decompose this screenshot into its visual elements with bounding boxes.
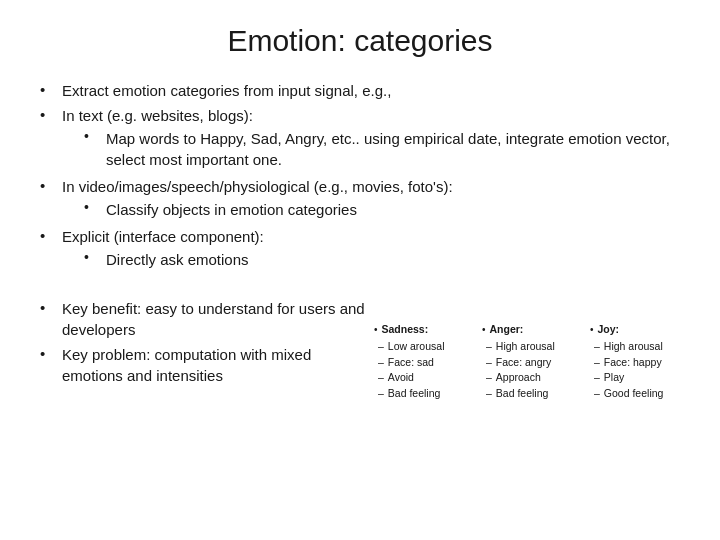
page-title: Emotion: categories (40, 24, 680, 58)
joy-column: • Joy: –High arousal –Face: happy –Play … (590, 322, 680, 402)
bullet-dot-3: • (40, 176, 62, 194)
bullet-text-4: Explicit (interface component): (62, 226, 680, 247)
sub-bullet-2-1: • Map words to Happy, Sad, Angry, etc.. … (62, 128, 680, 170)
anger-row-4: –Bad feeling (482, 386, 582, 402)
bullet-1: • Extract emotion categories from input … (40, 80, 680, 101)
bottom-bullet-dot-1: • (40, 298, 62, 316)
sub-bullet-4-1: • Directly ask emotions (62, 249, 680, 270)
bottom-bullet-1: • Key benefit: easy to understand for us… (40, 298, 374, 340)
sadness-bullet: • (374, 322, 378, 337)
sub-bullet-text-2-1: Map words to Happy, Sad, Angry, etc.. us… (106, 128, 680, 170)
anger-row-2: –Face: angry (482, 355, 582, 371)
sub-bullet-dot-2-1: • (84, 128, 106, 144)
sadness-row-3: –Avoid (374, 370, 474, 386)
content-area: • Extract emotion categories from input … (40, 80, 680, 520)
bottom-section: • Key benefit: easy to understand for us… (40, 298, 680, 402)
sub-bullet-text-4-1: Directly ask emotions (106, 249, 249, 270)
bottom-bullets: • Key benefit: easy to understand for us… (40, 298, 374, 390)
sub-bullet-dot-4-1: • (84, 249, 106, 265)
sadness-row-2: –Face: sad (374, 355, 474, 371)
sub-bullet-3-1: • Classify objects in emotion categories (62, 199, 680, 220)
joy-row-3: –Play (590, 370, 680, 386)
joy-row-2: –Face: happy (590, 355, 680, 371)
joy-row-1: –High arousal (590, 339, 680, 355)
joy-header: Joy: (598, 322, 620, 338)
sub-bullet-dot-3-1: • (84, 199, 106, 215)
bullet-text-3: In video/images/speech/physiological (e.… (62, 176, 680, 197)
bullet-text-1: Extract emotion categories from input si… (62, 80, 680, 101)
bullet-dot-1: • (40, 80, 62, 98)
sadness-row-4: –Bad feeling (374, 386, 474, 402)
main-bullets: • Extract emotion categories from input … (40, 80, 680, 276)
bullet-dot-2: • (40, 105, 62, 123)
bullet-4: • Explicit (interface component): • Dire… (40, 226, 680, 272)
bottom-bullet-dot-2: • (40, 344, 62, 362)
emotion-table: • Sadness: –Low arousal –Face: sad –Avoi… (374, 322, 680, 402)
divider-space (40, 282, 680, 296)
bullet-text-2: In text (e.g. websites, blogs): (62, 105, 680, 126)
anger-column: • Anger: –High arousal –Face: angry –App… (482, 322, 582, 402)
bullet-dot-4: • (40, 226, 62, 244)
anger-header: Anger: (490, 322, 524, 338)
anger-row-3: –Approach (482, 370, 582, 386)
bullet-3: • In video/images/speech/physiological (… (40, 176, 680, 222)
sadness-header: Sadness: (382, 322, 429, 338)
sadness-column: • Sadness: –Low arousal –Face: sad –Avoi… (374, 322, 474, 402)
bottom-bullet-text-1: Key benefit: easy to understand for user… (62, 298, 374, 340)
sub-bullet-text-3-1: Classify objects in emotion categories (106, 199, 357, 220)
sadness-row-1: –Low arousal (374, 339, 474, 355)
bottom-bullet-text-2: Key problem: computation with mixed emot… (62, 344, 374, 386)
joy-row-4: –Good feeling (590, 386, 680, 402)
anger-row-1: –High arousal (482, 339, 582, 355)
anger-bullet: • (482, 322, 486, 337)
joy-bullet: • (590, 322, 594, 337)
bullet-2: • In text (e.g. websites, blogs): • Map … (40, 105, 680, 172)
bottom-bullet-2: • Key problem: computation with mixed em… (40, 344, 374, 386)
